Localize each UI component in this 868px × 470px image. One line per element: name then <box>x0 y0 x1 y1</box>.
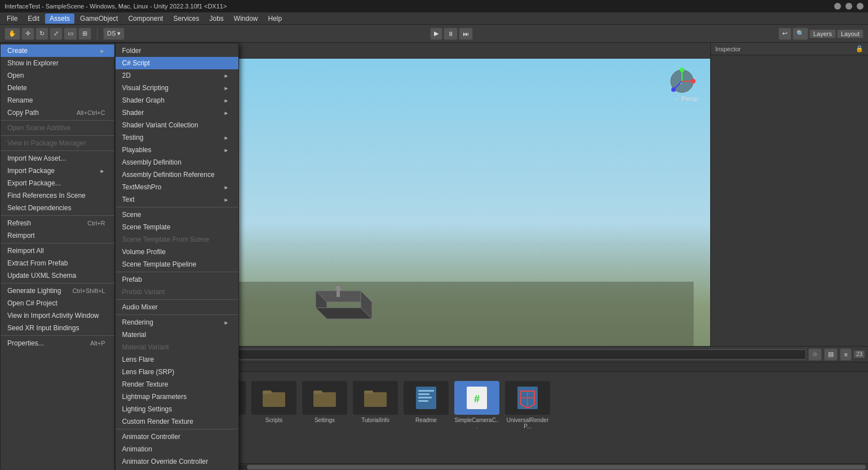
asset-item-readme[interactable]: Readme <box>404 381 449 429</box>
ctx-delete[interactable]: Delete <box>1 82 114 94</box>
create-lens-flare-srp-label: Lens Flare (SRP) <box>122 368 175 376</box>
ctx-view-import[interactable]: View in Import Activity Window <box>1 309 114 322</box>
create-visual-scripting[interactable]: Visual Scripting ► <box>116 82 238 94</box>
ctx-properties[interactable]: Properties... Alt+P <box>1 337 114 349</box>
ctx-export-pkg[interactable]: Export Package... <box>1 177 114 189</box>
menu-assets[interactable]: Assets <box>45 14 74 24</box>
create-material[interactable]: Material <box>116 329 238 341</box>
asset-item-scripts-folder[interactable]: Scripts <box>251 381 296 429</box>
inspector-title: Inspector <box>715 46 741 52</box>
create-playables[interactable]: Playables ► <box>116 144 238 156</box>
menu-edit[interactable]: Edit <box>23 14 44 24</box>
create-textmeshpro[interactable]: TextMeshPro ► <box>116 181 238 193</box>
maximize-btn[interactable] <box>845 3 852 10</box>
asset-item-urp[interactable]: UniversalRenderP... <box>505 381 550 429</box>
step-button[interactable]: ⏭ <box>459 28 473 40</box>
ctx-seed-xr[interactable]: Seed XR Input Bindings <box>1 322 114 334</box>
create-shader[interactable]: Shader ► <box>116 107 238 119</box>
create-render-texture[interactable]: Render Texture <box>116 378 238 391</box>
create-assembly-def-label: Assembly Definition <box>122 158 181 166</box>
ctx-open-csharp-label: Open C# Project <box>7 299 57 307</box>
ctx-rename[interactable]: Rename <box>1 94 114 107</box>
transform-tool[interactable]: ⊞ <box>78 28 91 40</box>
create-tmp-arrow: ► <box>224 184 229 190</box>
ctx-show-explorer[interactable]: Show in Explorer <box>1 57 114 69</box>
layout-dropdown[interactable]: Layout <box>837 29 863 38</box>
create-lightmap-params[interactable]: Lightmap Parameters <box>116 391 238 403</box>
undo-btn[interactable]: ↩ <box>778 28 791 40</box>
ctx-gen-lighting[interactable]: Generate Lighting Ctrl+Shift+L <box>1 285 114 297</box>
create-lens-flare-srp[interactable]: Lens Flare (SRP) <box>116 366 238 378</box>
ctx-import-pkg[interactable]: Import Package ► <box>1 165 114 177</box>
close-btn[interactable] <box>857 3 863 10</box>
create-scene-template-pipeline[interactable]: Scene Template Pipeline <box>116 258 238 271</box>
create-folder[interactable]: Folder <box>116 45 238 57</box>
create-csharp[interactable]: C# Script <box>116 57 238 69</box>
menu-jobs[interactable]: Jobs <box>205 14 228 24</box>
create-lens-flare[interactable]: Lens Flare <box>116 353 238 366</box>
create-animation[interactable]: Animation <box>116 443 238 455</box>
ds-dropdown[interactable]: DS ▾ <box>103 28 125 40</box>
inspector-lock[interactable]: 🔒 <box>856 45 863 52</box>
ctx-extract-prefab[interactable]: Extract From Prefab <box>1 257 114 269</box>
create-volume-profile[interactable]: Volume Profile <box>116 246 238 258</box>
menu-services[interactable]: Services <box>169 14 203 24</box>
menu-file[interactable]: File <box>2 14 22 24</box>
create-prefab[interactable]: Prefab <box>116 273 238 286</box>
ctx-create[interactable]: Create ► <box>1 45 114 57</box>
create-custom-render-texture[interactable]: Custom Render Texture <box>116 415 238 428</box>
asset-item-tutorial-folder[interactable]: TutorialInfo <box>353 381 398 429</box>
create-testing[interactable]: Testing ► <box>116 131 238 144</box>
asset-item-settings-folder[interactable]: Settings <box>302 381 347 429</box>
create-lighting-settings[interactable]: Lighting Settings <box>116 403 238 415</box>
ctx-import-new[interactable]: Import New Asset... <box>1 152 114 165</box>
play-button[interactable]: ▶ <box>430 28 442 40</box>
ctx-find-refs[interactable]: Find References In Scene <box>1 189 114 202</box>
pause-button[interactable]: ⏸ <box>444 28 458 40</box>
ctx-reimport[interactable]: Reimport <box>1 229 114 242</box>
scale-tool[interactable]: ⤢ <box>50 28 63 40</box>
ctx-reimport-all[interactable]: Reimport All <box>1 245 114 257</box>
menu-window[interactable]: Window <box>229 14 263 24</box>
create-assembly-def[interactable]: Assembly Definition <box>116 156 238 169</box>
svg-text:y: y <box>680 81 682 85</box>
asset-filter-btn[interactable]: ☆ <box>808 348 822 361</box>
create-avatar-mask[interactable]: Avatar Mask <box>116 468 238 470</box>
ctx-refresh[interactable]: Refresh Ctrl+R <box>1 217 114 229</box>
ctx-copy-path-shortcut: Alt+Ctrl+C <box>77 109 105 116</box>
rotate-tool[interactable]: ↻ <box>36 28 48 40</box>
create-assembly-def-ref[interactable]: Assembly Definition Reference <box>116 169 238 181</box>
search-btn[interactable]: 🔍 <box>792 28 808 40</box>
create-scene-template-label: Scene Template <box>122 223 171 231</box>
create-scene-label: Scene <box>122 211 141 219</box>
create-2d-arrow: ► <box>224 73 229 79</box>
create-scene[interactable]: Scene <box>116 209 238 221</box>
create-animator-controller[interactable]: Animator Controller <box>116 431 238 443</box>
ctx-select-deps[interactable]: Select Dependencies <box>1 202 114 214</box>
menu-gameobject[interactable]: GameObject <box>76 14 122 24</box>
create-text[interactable]: Text ► <box>116 193 238 206</box>
create-audio-mixer[interactable]: Audio Mixer <box>116 301 238 313</box>
minimize-btn[interactable] <box>834 3 841 10</box>
create-shader-variant[interactable]: Shader Variant Collection <box>116 119 238 131</box>
ctx-copy-path[interactable]: Copy Path Alt+Ctrl+C <box>1 107 114 119</box>
create-scene-template[interactable]: Scene Template <box>116 221 238 233</box>
layers-dropdown[interactable]: Layers <box>809 29 836 38</box>
create-2d[interactable]: 2D ► <box>116 69 238 82</box>
asset-type-btn[interactable]: ▤ <box>824 348 838 361</box>
create-rendering[interactable]: Rendering ► <box>116 316 238 329</box>
menu-help[interactable]: Help <box>264 14 287 24</box>
ctx-open-csharp[interactable]: Open C# Project <box>1 297 114 309</box>
asset-list-btn[interactable]: ≡ <box>840 348 851 361</box>
ctx-open[interactable]: Open <box>1 69 114 82</box>
create-sep-4 <box>116 314 238 315</box>
ctx-update-uxml[interactable]: Update UXML Schema <box>1 269 114 282</box>
move-tool[interactable]: ✛ <box>21 28 34 40</box>
menu-component[interactable]: Component <box>123 14 167 24</box>
create-animator-override[interactable]: Animator Override Controller <box>116 455 238 468</box>
rect-tool[interactable]: ▭ <box>64 28 77 40</box>
create-animator-controller-label: Animator Controller <box>122 433 180 441</box>
create-shader-graph[interactable]: Shader Graph ► <box>116 94 238 107</box>
hand-tool[interactable]: ✋ <box>5 28 20 40</box>
asset-item-simplecamera[interactable]: # SimpleCameraC... <box>454 381 499 429</box>
